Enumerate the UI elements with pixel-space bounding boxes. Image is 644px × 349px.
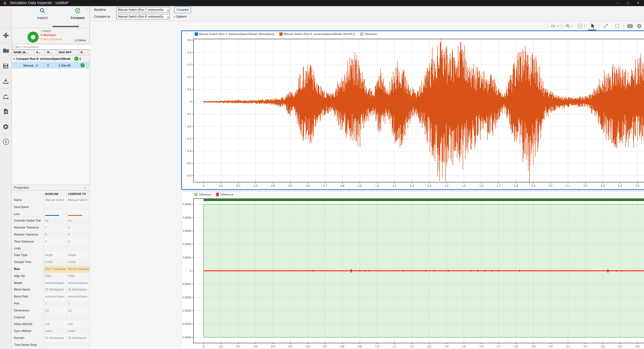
- property-row-interp-method: Interp Methodzohzoh: [12, 321, 90, 328]
- property-value-baseline[interactable]: enhanceSpeec: [44, 293, 67, 300]
- y-tick-label: 0.4: [188, 51, 192, 54]
- run8-waveform-trace[interactable]: [204, 39, 644, 183]
- tree-expand-icon[interactable]: ▾: [14, 57, 15, 60]
- property-value-baseline[interactable]: union: [44, 328, 67, 335]
- property-value-baseline[interactable]: To Workspace: [44, 287, 67, 293]
- property-value-compare[interactable]: enhanceSpeec: [67, 280, 90, 287]
- expand-plot-button[interactable]: [602, 23, 610, 29]
- property-value-compare[interactable]: 0: [67, 238, 90, 245]
- property-value-compare[interactable]: 0: [67, 231, 90, 238]
- share-arrow-icon: [2, 93, 9, 99]
- property-value-baseline[interactable]: Path: [44, 273, 67, 280]
- next-comparison-button[interactable]: ›: [539, 23, 545, 29]
- property-value-compare[interactable]: enhanceSpeec: [67, 293, 90, 300]
- comparison-row-manual[interactable]: Manual 0 0 5.63e-06 ✓: [12, 62, 90, 68]
- preferences-button[interactable]: [0, 118, 12, 134]
- property-value-compare[interactable]: [67, 342, 90, 349]
- signal-plot-canvas[interactable]: 00.10.20.30.40.50.60.70.80.91.01.11.21.3…: [182, 31, 644, 188]
- comparison-group-row[interactable]: ▾ Compare Run 8: enhanceSpeechMode ✓ 1: [12, 55, 90, 62]
- property-value-compare[interactable]: zoh: [67, 321, 90, 328]
- report-button[interactable]: [0, 103, 12, 119]
- property-value-compare[interactable]: Path: [67, 273, 90, 280]
- property-value-compare[interactable]: union: [67, 328, 90, 335]
- maximize-button[interactable]: □: [623, 0, 633, 6]
- signal-style-button[interactable]: ▼: [550, 23, 560, 29]
- column-header-1[interactable]: A...: [34, 50, 46, 55]
- compare-to-dropdown[interactable]: Manual Switch (Run 8: enhanceSp ▼: [116, 14, 170, 19]
- property-value-baseline[interactable]: 0: [44, 224, 67, 231]
- property-value-compare[interactable]: To Workspace: [67, 335, 90, 342]
- property-value-baseline[interactable]: 0: [44, 231, 67, 238]
- compare-button[interactable]: Compare: [174, 6, 191, 13]
- property-label: Channel: [12, 314, 44, 321]
- property-value-compare[interactable]: [67, 245, 90, 252]
- property-value-baseline[interactable]: Run 7: enhance: [44, 266, 67, 273]
- zoom-button[interactable]: ▼: [564, 23, 574, 29]
- property-value-baseline[interactable]: [44, 245, 67, 252]
- property-value-baseline[interactable]: [1]: [44, 307, 67, 314]
- difference-plot[interactable]: ToleranceDifference 00.10.20.30.40.50.60…: [181, 191, 644, 349]
- property-value-compare[interactable]: [1]: [67, 307, 90, 314]
- property-value-compare[interactable]: [67, 211, 90, 218]
- property-value-compare[interactable]: To Workspace: [67, 287, 90, 293]
- property-value-compare[interactable]: single: [67, 252, 90, 259]
- baseline-dropdown[interactable]: Manual Switch (Run 7: enhanceSp ▼: [116, 7, 170, 12]
- save-button[interactable]: [0, 58, 12, 73]
- column-header-0[interactable]: NAME (B...: [12, 50, 34, 55]
- export-button[interactable]: [0, 88, 12, 104]
- compare-setup-bar: Baseline: Manual Switch (Run 7: enhanceS…: [90, 6, 644, 21]
- column-header-3[interactable]: MAX DIFF: [57, 50, 79, 55]
- more-link[interactable]: [+] More: [75, 38, 86, 42]
- property-value-baseline[interactable]: enhanceSpeec: [44, 280, 67, 287]
- filter-comparisons-input[interactable]: [12, 44, 92, 50]
- property-value-baseline[interactable]: To Workspace: [44, 335, 67, 342]
- property-value-baseline[interactable]: single: [44, 252, 67, 259]
- close-button[interactable]: ✕: [633, 0, 643, 6]
- fullscreen-button[interactable]: [614, 23, 621, 29]
- property-value-baseline[interactable]: 0.032: [44, 259, 67, 266]
- property-value-compare[interactable]: [67, 314, 90, 321]
- column-header-4[interactable]: R...: [79, 50, 90, 55]
- property-value-baseline[interactable]: [44, 342, 67, 349]
- difference-plot-canvas[interactable]: 00.10.20.30.40.50.60.70.80.91.01.11.21.3…: [182, 192, 644, 349]
- property-value-baseline[interactable]: no: [44, 218, 67, 224]
- y-tick-label: -0.6: [186, 174, 192, 177]
- previous-comparison-button[interactable]: ‹: [533, 23, 538, 29]
- fit-to-view-button[interactable]: ▼: [575, 23, 587, 29]
- property-value-baseline[interactable]: Manual Switch: [44, 197, 67, 204]
- y-tick-label: 0.0001: [183, 256, 192, 259]
- plot-settings-button[interactable]: [636, 23, 643, 29]
- add-button[interactable]: [0, 27, 12, 43]
- property-value-compare[interactable]: [67, 204, 90, 211]
- tab-compare[interactable]: Compare: [65, 8, 90, 20]
- snapshot-button[interactable]: [626, 23, 634, 29]
- property-value-baseline[interactable]: [44, 314, 67, 321]
- property-value-compare[interactable]: Run 8: enhance: [67, 266, 90, 273]
- import-button[interactable]: [0, 73, 12, 89]
- plus-icon: [2, 32, 9, 39]
- property-value-baseline[interactable]: zoh: [44, 321, 67, 328]
- minimize-button[interactable]: ─: [613, 0, 623, 6]
- tab-inspect[interactable]: Inspect: [30, 8, 55, 20]
- property-value-baseline[interactable]: [44, 204, 67, 211]
- dropdown-arrow-icon: ▼: [584, 25, 586, 27]
- property-value-baseline[interactable]: 0: [44, 238, 67, 245]
- property-value-baseline[interactable]: [44, 211, 67, 218]
- property-row-time-tolerance: Time Tolerance00: [12, 238, 90, 245]
- column-header-2[interactable]: R...: [46, 50, 57, 55]
- open-button[interactable]: [0, 43, 12, 58]
- properties-header[interactable]: Properties ⌄: [12, 185, 90, 191]
- property-value-baseline[interactable]: 1: [44, 300, 67, 307]
- property-value-compare[interactable]: Manual Switch: [67, 197, 90, 204]
- property-value-compare[interactable]: 0.032: [67, 259, 90, 266]
- chevron-down-icon[interactable]: ⌄: [84, 185, 86, 189]
- pointer-tool-button[interactable]: [589, 23, 596, 29]
- comparison-table-header[interactable]: NAME (B...A...R...MAX DIFFR...: [12, 50, 90, 55]
- help-button[interactable]: ?: [0, 134, 12, 149]
- options-link[interactable]: ▸Options: [174, 15, 187, 18]
- property-value-compare[interactable]: 1: [67, 300, 90, 307]
- property-value-compare[interactable]: no: [67, 218, 90, 224]
- dropdown-arrow-icon: ▼: [571, 25, 573, 27]
- property-value-compare[interactable]: 0: [67, 224, 90, 231]
- signal-comparison-plot[interactable]: Manual Switch (Run 7: enhanceSpeechModel…: [181, 30, 644, 190]
